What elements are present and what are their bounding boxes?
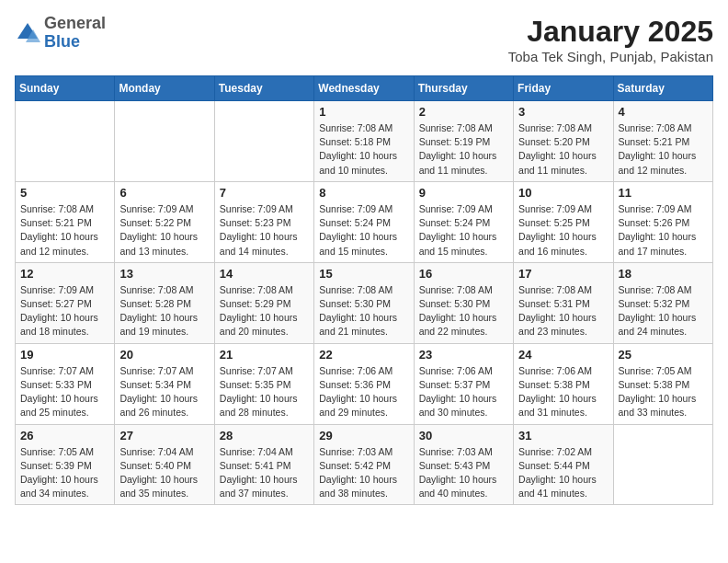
weekday-header: Friday: [514, 76, 613, 101]
weekday-header: Saturday: [613, 76, 712, 101]
calendar-week-row: 19Sunrise: 7:07 AM Sunset: 5:33 PM Dayli…: [16, 343, 713, 424]
calendar-cell: 16Sunrise: 7:08 AM Sunset: 5:30 PM Dayli…: [414, 262, 513, 343]
day-info: Sunrise: 7:08 AM Sunset: 5:20 PM Dayligh…: [518, 121, 608, 178]
calendar-cell: [613, 424, 712, 505]
calendar-cell: 23Sunrise: 7:06 AM Sunset: 5:37 PM Dayli…: [414, 343, 513, 424]
title-block: January 2025 Toba Tek Singh, Punjab, Pak…: [508, 15, 713, 64]
calendar-cell: 2Sunrise: 7:08 AM Sunset: 5:19 PM Daylig…: [414, 101, 513, 182]
calendar-cell: 29Sunrise: 7:03 AM Sunset: 5:42 PM Dayli…: [314, 424, 414, 505]
day-number: 3: [518, 105, 608, 119]
logo-blue: Blue: [44, 33, 106, 52]
calendar-week-row: 5Sunrise: 7:08 AM Sunset: 5:21 PM Daylig…: [16, 181, 713, 262]
month-title: January 2025: [508, 15, 713, 49]
weekday-row: SundayMondayTuesdayWednesdayThursdayFrid…: [16, 76, 713, 101]
day-number: 12: [20, 267, 109, 281]
day-number: 15: [319, 267, 408, 281]
calendar-cell: 26Sunrise: 7:05 AM Sunset: 5:39 PM Dayli…: [16, 424, 115, 505]
calendar-cell: 12Sunrise: 7:09 AM Sunset: 5:27 PM Dayli…: [16, 262, 115, 343]
day-number: 10: [518, 186, 608, 200]
day-number: 19: [20, 348, 109, 362]
day-number: 16: [419, 267, 508, 281]
day-number: 26: [20, 429, 109, 442]
calendar-cell: 1Sunrise: 7:08 AM Sunset: 5:18 PM Daylig…: [314, 101, 414, 182]
calendar-cell: [115, 101, 214, 182]
day-number: 5: [20, 186, 109, 200]
day-info: Sunrise: 7:04 AM Sunset: 5:41 PM Dayligh…: [220, 445, 309, 501]
day-number: 17: [518, 267, 608, 281]
weekday-header: Sunday: [16, 76, 115, 101]
day-info: Sunrise: 7:08 AM Sunset: 5:19 PM Dayligh…: [419, 121, 508, 178]
day-info: Sunrise: 7:09 AM Sunset: 5:24 PM Dayligh…: [319, 202, 408, 259]
day-number: 23: [419, 348, 508, 362]
calendar-cell: 24Sunrise: 7:06 AM Sunset: 5:38 PM Dayli…: [514, 343, 613, 424]
calendar-header: SundayMondayTuesdayWednesdayThursdayFrid…: [16, 76, 713, 101]
day-number: 28: [220, 429, 309, 442]
calendar-cell: 30Sunrise: 7:03 AM Sunset: 5:43 PM Dayli…: [414, 424, 513, 505]
day-info: Sunrise: 7:02 AM Sunset: 5:44 PM Dayligh…: [518, 445, 608, 501]
calendar-cell: 15Sunrise: 7:08 AM Sunset: 5:30 PM Dayli…: [314, 262, 414, 343]
calendar-cell: 28Sunrise: 7:04 AM Sunset: 5:41 PM Dayli…: [214, 424, 313, 505]
day-info: Sunrise: 7:09 AM Sunset: 5:23 PM Dayligh…: [220, 202, 309, 259]
day-number: 21: [220, 348, 309, 362]
day-number: 14: [220, 267, 309, 281]
weekday-header: Thursday: [414, 76, 513, 101]
day-info: Sunrise: 7:08 AM Sunset: 5:31 PM Dayligh…: [518, 283, 608, 339]
day-number: 25: [619, 348, 708, 362]
weekday-header: Tuesday: [214, 76, 313, 101]
day-number: 31: [518, 429, 608, 442]
calendar-cell: 21Sunrise: 7:07 AM Sunset: 5:35 PM Dayli…: [214, 343, 313, 424]
day-info: Sunrise: 7:07 AM Sunset: 5:34 PM Dayligh…: [119, 364, 209, 420]
calendar-cell: 4Sunrise: 7:08 AM Sunset: 5:21 PM Daylig…: [613, 101, 712, 182]
day-info: Sunrise: 7:06 AM Sunset: 5:38 PM Dayligh…: [518, 364, 608, 420]
day-number: 6: [119, 186, 209, 200]
calendar-cell: 3Sunrise: 7:08 AM Sunset: 5:20 PM Daylig…: [514, 101, 613, 182]
day-number: 27: [119, 429, 209, 442]
day-info: Sunrise: 7:08 AM Sunset: 5:30 PM Dayligh…: [319, 283, 408, 339]
day-number: 24: [518, 348, 608, 362]
calendar-week-row: 1Sunrise: 7:08 AM Sunset: 5:18 PM Daylig…: [16, 101, 713, 182]
calendar-table: SundayMondayTuesdayWednesdayThursdayFrid…: [15, 75, 713, 505]
calendar-cell: 6Sunrise: 7:09 AM Sunset: 5:22 PM Daylig…: [115, 181, 214, 262]
calendar-cell: 19Sunrise: 7:07 AM Sunset: 5:33 PM Dayli…: [16, 343, 115, 424]
calendar-cell: 14Sunrise: 7:08 AM Sunset: 5:29 PM Dayli…: [214, 262, 313, 343]
day-info: Sunrise: 7:07 AM Sunset: 5:33 PM Dayligh…: [20, 364, 109, 420]
day-info: Sunrise: 7:06 AM Sunset: 5:36 PM Dayligh…: [319, 364, 408, 420]
day-number: 1: [319, 105, 408, 119]
day-number: 8: [319, 186, 408, 200]
day-info: Sunrise: 7:03 AM Sunset: 5:42 PM Dayligh…: [319, 445, 408, 501]
day-info: Sunrise: 7:08 AM Sunset: 5:21 PM Dayligh…: [619, 121, 708, 178]
day-number: 11: [619, 186, 708, 200]
day-number: 7: [220, 186, 309, 200]
logo-text: General Blue: [44, 15, 106, 52]
day-info: Sunrise: 7:07 AM Sunset: 5:35 PM Dayligh…: [220, 364, 309, 420]
calendar-cell: 10Sunrise: 7:09 AM Sunset: 5:25 PM Dayli…: [514, 181, 613, 262]
day-number: 29: [319, 429, 408, 442]
day-info: Sunrise: 7:05 AM Sunset: 5:39 PM Dayligh…: [20, 445, 109, 501]
weekday-header: Wednesday: [314, 76, 414, 101]
day-info: Sunrise: 7:05 AM Sunset: 5:38 PM Dayligh…: [619, 364, 708, 420]
logo-general: General: [44, 15, 106, 33]
logo: General Blue: [15, 15, 106, 52]
day-info: Sunrise: 7:08 AM Sunset: 5:29 PM Dayligh…: [220, 283, 309, 339]
day-info: Sunrise: 7:06 AM Sunset: 5:37 PM Dayligh…: [419, 364, 508, 420]
calendar-cell: 25Sunrise: 7:05 AM Sunset: 5:38 PM Dayli…: [613, 343, 712, 424]
calendar-cell: 31Sunrise: 7:02 AM Sunset: 5:44 PM Dayli…: [514, 424, 613, 505]
calendar-cell: 17Sunrise: 7:08 AM Sunset: 5:31 PM Dayli…: [514, 262, 613, 343]
day-info: Sunrise: 7:08 AM Sunset: 5:21 PM Dayligh…: [20, 202, 109, 259]
day-number: 9: [419, 186, 508, 200]
day-info: Sunrise: 7:09 AM Sunset: 5:26 PM Dayligh…: [619, 202, 708, 259]
day-number: 13: [119, 267, 209, 281]
calendar-cell: 22Sunrise: 7:06 AM Sunset: 5:36 PM Dayli…: [314, 343, 414, 424]
calendar-cell: 18Sunrise: 7:08 AM Sunset: 5:32 PM Dayli…: [613, 262, 712, 343]
calendar-cell: 9Sunrise: 7:09 AM Sunset: 5:24 PM Daylig…: [414, 181, 513, 262]
day-number: 30: [419, 429, 508, 442]
day-number: 4: [619, 105, 708, 119]
calendar-body: 1Sunrise: 7:08 AM Sunset: 5:18 PM Daylig…: [16, 101, 713, 505]
day-number: 22: [319, 348, 408, 362]
day-info: Sunrise: 7:09 AM Sunset: 5:24 PM Dayligh…: [419, 202, 508, 259]
logo-icon: [15, 20, 40, 46]
calendar-cell: 20Sunrise: 7:07 AM Sunset: 5:34 PM Dayli…: [115, 343, 214, 424]
calendar-cell: 8Sunrise: 7:09 AM Sunset: 5:24 PM Daylig…: [314, 181, 414, 262]
day-number: 20: [119, 348, 209, 362]
calendar-cell: [16, 101, 115, 182]
